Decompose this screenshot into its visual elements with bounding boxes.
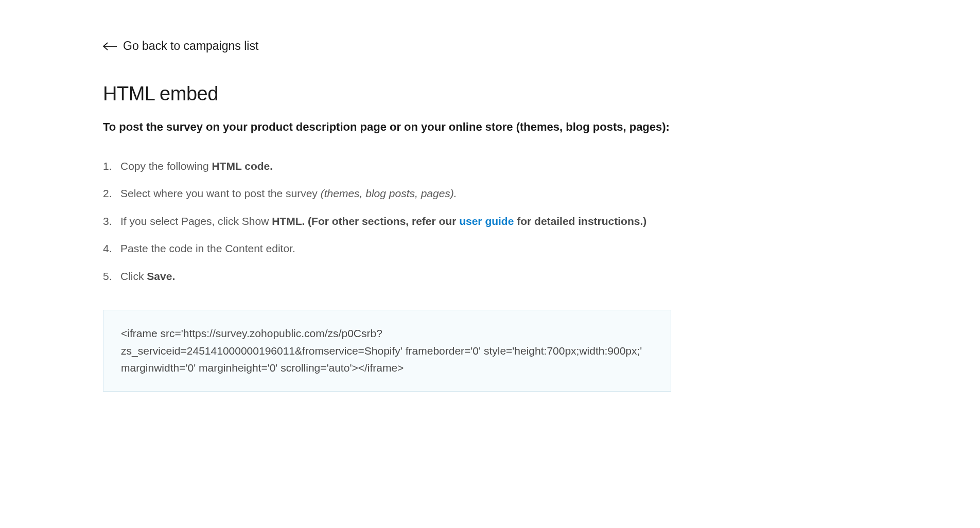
back-to-campaigns-link[interactable]: Go back to campaigns list	[103, 39, 258, 53]
step-text: Select where you want to post the survey	[120, 187, 321, 199]
step-text: Paste the code in the Content editor.	[120, 242, 295, 254]
instruction-step-5: Click Save.	[103, 268, 671, 285]
instruction-step-4: Paste the code in the Content editor.	[103, 240, 671, 257]
user-guide-link[interactable]: user guide	[459, 215, 514, 227]
arrow-left-icon	[103, 42, 117, 50]
step-bold: for detailed instructions.)	[514, 215, 646, 227]
instruction-step-1: Copy the following HTML code.	[103, 158, 671, 174]
step-text: Copy the following	[120, 160, 212, 172]
instructions-list: Copy the following HTML code. Select whe…	[103, 158, 671, 285]
step-bold: HTML. (For other sections, refer our	[272, 215, 459, 227]
back-link-label: Go back to campaigns list	[123, 39, 258, 53]
step-text: If you select Pages, click Show	[120, 215, 272, 227]
page-subtitle: To post the survey on your product descr…	[103, 119, 671, 135]
html-embed-code-box[interactable]: <iframe src='https://survey.zohopublic.c…	[103, 310, 671, 392]
instruction-step-3: If you select Pages, click Show HTML. (F…	[103, 213, 671, 230]
page-title: HTML embed	[103, 83, 671, 105]
step-italic: (themes, blog posts, pages).	[321, 187, 457, 199]
step-text: Click	[120, 270, 147, 282]
instruction-step-2: Select where you want to post the survey…	[103, 185, 671, 202]
step-bold: Save.	[147, 270, 175, 282]
step-bold: HTML code.	[212, 160, 273, 172]
page-container: Go back to campaigns list HTML embed To …	[0, 0, 774, 392]
